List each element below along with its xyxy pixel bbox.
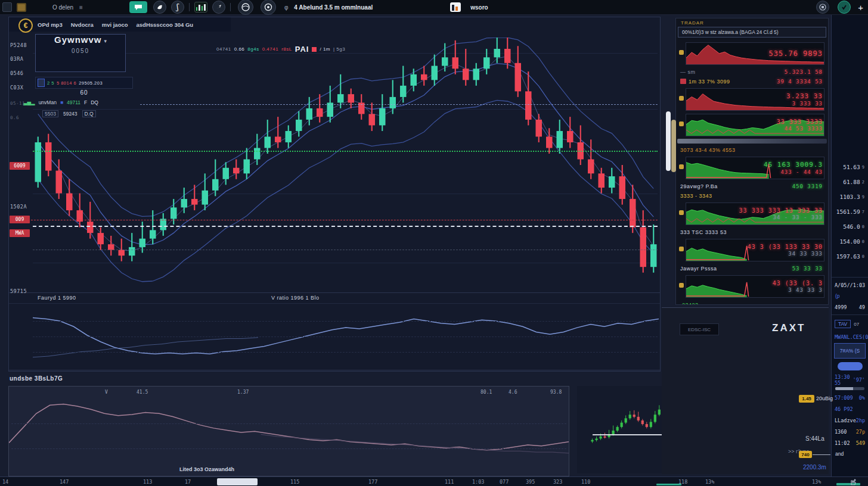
watchlist-row[interactable]: 45 163 3009.3433 - 44 43 [677, 156, 827, 180]
rightcol-highlight[interactable]: 7#A% (S [834, 343, 866, 359]
row-left: 11:02 [835, 440, 850, 446]
menu-item-1[interactable]: Nvdocra [71, 21, 94, 28]
bird-icon[interactable] [153, 1, 166, 14]
bottom-right-value: 2200.3m [803, 464, 826, 471]
menu-items: OPd mp3Nvdocramvi jaocoasdHsssccoo 304 G… [38, 21, 193, 28]
row-left: A/05// [835, 282, 853, 288]
pin-icon[interactable]: φ [284, 4, 288, 11]
watchlist-value: 433 - 44 43 [780, 169, 823, 175]
selected-pill[interactable] [838, 362, 863, 370]
ohlc-segment: 0.4741 [262, 46, 278, 52]
rightcol-row[interactable]: 136027p [832, 426, 868, 437]
hand-cursor-icon[interactable] [849, 478, 857, 486]
rightcol-row[interactable]: 499949 [832, 301, 868, 313]
rightcol-items: A/05//1:03(p499949TAV07MWANL.CES(0)7#A% … [832, 275, 868, 459]
toolbar-divider [189, 3, 190, 11]
rightcol-row[interactable]: A/05//1:03 [832, 279, 868, 291]
main-price-chart[interactable] [33, 38, 659, 292]
stats-icon[interactable] [450, 2, 461, 13]
menu-item-3[interactable]: asdHsssccoo 304 Gu [137, 21, 194, 28]
watchlist-label-row[interactable]: 29avwg? P.Ba450 3319 [677, 182, 827, 191]
watchlist-info-bar[interactable]: 00%1/0)3 w stz alzawa.a (BAGA 24 Cl.d 5) [678, 27, 826, 38]
badge-icon[interactable] [838, 1, 851, 14]
red-dashed-level [10, 220, 658, 220]
watchlist-label-row[interactable]: 333 TSC 3333 53 [677, 228, 827, 236]
chart-menu: OPd mp3Nvdocramvi jaocoasdHsssccoo 304 G… [9, 17, 231, 32]
watchlist-label-row[interactable]: — sm5.323.1 58 [677, 67, 827, 76]
rightcol-row[interactable]: LLadzve2hp [832, 415, 868, 426]
apps-icon[interactable] [17, 2, 26, 13]
rightcol-text[interactable]: (p [832, 291, 868, 301]
pane-separator[interactable] [9, 292, 660, 293]
menu-item-2[interactable]: mvi jaoco [102, 21, 128, 28]
mid-label: S:44La [805, 435, 824, 442]
orderbook-number[interactable]: 1561.597 [832, 204, 868, 219]
blue-dotted-level [140, 104, 658, 105]
scrollbar-thumb-tan[interactable] [671, 120, 676, 172]
watchlist-row[interactable]: 33 333 333344 53 3333 [677, 113, 827, 137]
row-icon [679, 210, 684, 215]
rightcol-text[interactable]: and [832, 448, 868, 459]
symbol-dropdown[interactable]: Gywnwvw▾ 0050 [35, 34, 126, 72]
ohlc-segment: 8g4s [247, 46, 259, 52]
watchlist-value: 33 333 333 13 333 33 [739, 207, 823, 214]
watermark-label: ZAXT [772, 322, 805, 334]
grid-icon[interactable] [2, 2, 12, 13]
teal-segment [656, 484, 681, 485]
watchlist-row[interactable]: 535.76 9893 [677, 42, 827, 66]
watchlist-row[interactable]: 43 3 (33 133 33 3034 33 333 [677, 238, 827, 262]
watchlist-label: .23423. [680, 302, 700, 306]
progress-fill [835, 387, 853, 390]
rightcol-row[interactable]: 11:02549 [832, 437, 868, 448]
bottom-left-chart[interactable]: V41.51.3780.14.693.8 Lited 3o3 Ozawand4h [8, 386, 569, 476]
value: 1597.63 [836, 253, 860, 260]
plus-icon[interactable]: + [858, 2, 863, 13]
watchlist-row[interactable]: 3.233 333 333 33 [677, 88, 827, 111]
watchlist-label-row[interactable]: 3073 43-4 43% 4553 [677, 145, 827, 154]
orderbook-number[interactable]: 1103.39 [832, 189, 868, 204]
chevron-down-icon: ▾ [104, 38, 107, 44]
watchlist-row[interactable]: 33 333 333 13 333 3334 - 33 - 333 [677, 202, 827, 226]
detail-box-label[interactable]: EDSC-ISC [680, 323, 719, 335]
watchlist-label-row[interactable]: 3333 - 3343 [677, 191, 827, 200]
scrollbar-thumb[interactable] [217, 478, 258, 485]
arrow-icon[interactable] [212, 1, 225, 14]
menu-glyph-icon[interactable]: ≡ [79, 4, 83, 11]
chat-icon[interactable] [129, 2, 147, 13]
curve-icon[interactable]: ʃ [171, 1, 184, 14]
scrollbar-thumb-white[interactable] [666, 111, 671, 171]
rightcol-boxed[interactable]: TAV07 [832, 317, 868, 331]
orderbook-number[interactable]: 154.000 [832, 234, 868, 249]
rightcol-row[interactable]: MWANL.CES(0) [832, 331, 868, 342]
orbit-icon[interactable] [261, 0, 276, 15]
price-tag: MWA [10, 229, 30, 237]
gridline [33, 321, 658, 322]
menu-item-0[interactable]: OPd mp3 [38, 21, 63, 28]
orderbook-number[interactable]: 546.00 [832, 219, 868, 234]
watchlist-value: 34 - 33 - 333 [773, 214, 823, 220]
globe-icon[interactable] [238, 0, 253, 15]
orderbook-number[interactable]: 51.639 [832, 160, 868, 175]
device-label: O delen [52, 4, 73, 11]
logo-icon[interactable]: € [18, 18, 33, 33]
watchlist-row[interactable]: 43 (33 (3. 33 43 33 3 [677, 275, 827, 298]
price-axis-label: 03RA [10, 56, 32, 62]
watchlist-label-row[interactable]: .23423. [677, 300, 827, 305]
rightcol-row[interactable]: 57:0090% [832, 392, 868, 403]
legend-value: 2 5 [47, 80, 54, 86]
mini-chart-icon[interactable] [194, 2, 207, 13]
orderbook-number[interactable]: 61.882 [832, 175, 868, 189]
watchlist-values: 3.233 333 333 33 [786, 92, 823, 107]
profile-icon[interactable] [816, 1, 829, 14]
tag-line [813, 454, 830, 455]
watchlist-values: 33 333 333 13 333 3334 - 33 - 333 [739, 207, 823, 220]
watchlist-label-row[interactable]: Jawayr Psssa53 33 33 [677, 264, 827, 273]
rightcol-row[interactable]: 46 P92 [832, 403, 868, 415]
sub-pane-label-left: Fauryd 1 5990 [38, 295, 76, 301]
orderbook-number[interactable]: 1597.630 [832, 249, 868, 264]
rightcol-row[interactable]: 13:30 55'97' [832, 374, 868, 385]
gridline [11, 423, 566, 424]
row-right: 1:03 [853, 282, 865, 288]
time-label: 110 [581, 479, 590, 485]
watchlist-label-row[interactable]: 1m 33 7% 309939 4 3334 53 [677, 77, 827, 86]
